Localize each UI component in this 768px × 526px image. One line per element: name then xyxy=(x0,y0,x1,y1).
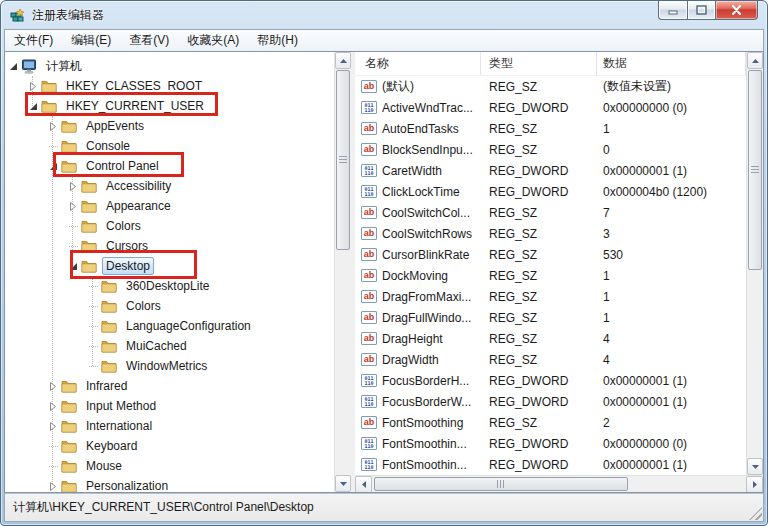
maximize-button[interactable] xyxy=(687,1,715,20)
scrollbar-thumb[interactable] xyxy=(336,70,350,250)
scrollbar-track[interactable] xyxy=(747,69,763,458)
tree-expand-arrow[interactable] xyxy=(47,480,59,492)
registry-value-row[interactable]: CoolSwitchRows REG_SZ 3 xyxy=(355,223,746,244)
minimize-button[interactable] xyxy=(658,1,687,20)
tree-expand-arrow[interactable] xyxy=(67,220,79,232)
tree-expand-arrow[interactable] xyxy=(87,340,99,352)
registry-value-row[interactable]: AutoEndTasks REG_SZ 1 xyxy=(355,118,746,139)
tree-item[interactable]: MuiCached xyxy=(5,336,334,356)
scrollbar-track[interactable] xyxy=(372,476,746,492)
tree-item[interactable]: Keyboard xyxy=(5,436,334,456)
tree-expand-arrow[interactable] xyxy=(27,80,39,92)
tree-item[interactable]: Input Method xyxy=(5,396,334,416)
scrollbar-thumb[interactable] xyxy=(748,70,762,270)
tree-item[interactable]: Personalization xyxy=(5,476,334,492)
tree-expand-arrow[interactable] xyxy=(67,200,79,212)
value-name: CaretWidth xyxy=(382,164,442,178)
resize-grip[interactable] xyxy=(749,507,762,520)
scroll-up-button[interactable] xyxy=(335,52,351,69)
registry-value-row[interactable]: FontSmoothin... REG_DWORD 0x00000000 (0) xyxy=(355,433,746,454)
tree-expand-arrow[interactable] xyxy=(67,180,79,192)
value-data: 530 xyxy=(597,248,746,262)
registry-value-row[interactable]: FocusBorderW... REG_DWORD 0x00000001 (1) xyxy=(355,391,746,412)
tree-expand-arrow[interactable] xyxy=(87,300,99,312)
column-header-data[interactable]: 数据 xyxy=(597,52,746,75)
tree-expand-arrow[interactable] xyxy=(47,140,59,152)
tree-item[interactable]: Infrared xyxy=(5,376,334,396)
tree-expand-arrow[interactable] xyxy=(47,420,59,432)
folder-icon xyxy=(61,159,78,174)
registry-value-row[interactable]: BlockSendInpu... REG_SZ 0 xyxy=(355,139,746,160)
tree-item-label: Keyboard xyxy=(82,437,141,455)
tree-item[interactable]: HKEY_CLASSES_ROOT xyxy=(5,76,334,96)
string-value-icon xyxy=(361,416,377,429)
tree-item[interactable]: LanguageConfiguration xyxy=(5,316,334,336)
tree-expand-arrow[interactable] xyxy=(47,460,59,472)
registry-value-row[interactable]: CoolSwitchCol... REG_SZ 7 xyxy=(355,202,746,223)
registry-value-row[interactable]: DragFullWindo... REG_SZ 1 xyxy=(355,307,746,328)
registry-value-row[interactable]: FontSmoothing REG_SZ 2 xyxy=(355,412,746,433)
registry-value-row[interactable]: (默认) REG_SZ (数值未设置) xyxy=(355,76,746,97)
tree-item[interactable]: Control Panel xyxy=(5,156,334,176)
tree-item[interactable]: Mouse xyxy=(5,456,334,476)
tree-item[interactable]: HKEY_CURRENT_USER xyxy=(5,96,334,116)
column-header-type[interactable]: 类型 xyxy=(481,52,597,75)
tree-expand-arrow[interactable] xyxy=(67,260,79,272)
value-name: DragFromMaxi... xyxy=(382,290,471,304)
registry-value-row[interactable]: CursorBlinkRate REG_SZ 530 xyxy=(355,244,746,265)
scroll-down-button[interactable] xyxy=(747,458,763,475)
registry-value-row[interactable]: ActiveWndTrac... REG_DWORD 0x00000000 (0… xyxy=(355,97,746,118)
computer-icon xyxy=(21,59,38,74)
menu-item[interactable]: 帮助(H) xyxy=(248,30,307,51)
tree-expand-arrow[interactable] xyxy=(87,360,99,372)
scroll-up-button[interactable] xyxy=(747,52,763,69)
registry-value-row[interactable]: DragHeight REG_SZ 4 xyxy=(355,328,746,349)
tree-expand-arrow[interactable] xyxy=(47,400,59,412)
close-button[interactable] xyxy=(715,1,758,20)
menu-item[interactable]: 查看(V) xyxy=(120,30,178,51)
value-name: DragHeight xyxy=(382,332,443,346)
tree-expand-arrow[interactable] xyxy=(47,380,59,392)
tree-item[interactable]: Console xyxy=(5,136,334,156)
tree-expand-arrow[interactable] xyxy=(67,240,79,252)
tree-item-label: Accessibility xyxy=(102,177,175,195)
tree-expand-arrow[interactable] xyxy=(87,320,99,332)
registry-value-row[interactable]: CaretWidth REG_DWORD 0x00000001 (1) xyxy=(355,160,746,181)
menu-item[interactable]: 文件(F) xyxy=(5,30,62,51)
scroll-right-button[interactable] xyxy=(746,476,763,492)
values-scrollbar-horizontal[interactable] xyxy=(355,475,763,492)
tree-item[interactable]: International xyxy=(5,416,334,436)
tree-item[interactable]: Accessibility xyxy=(5,176,334,196)
tree-expand-arrow[interactable] xyxy=(47,120,59,132)
registry-value-row[interactable]: DockMoving REG_SZ 1 xyxy=(355,265,746,286)
registry-value-row[interactable]: FocusBorderH... REG_DWORD 0x00000001 (1) xyxy=(355,370,746,391)
registry-value-row[interactable]: DragFromMaxi... REG_SZ 1 xyxy=(355,286,746,307)
tree-expand-arrow[interactable] xyxy=(87,280,99,292)
tree-scrollbar[interactable] xyxy=(334,52,351,492)
tree-item[interactable]: Appearance xyxy=(5,196,334,216)
registry-value-row[interactable]: DragWidth REG_SZ 4 xyxy=(355,349,746,370)
scroll-left-button[interactable] xyxy=(355,476,372,492)
tree-item[interactable]: Colors xyxy=(5,296,334,316)
menu-item[interactable]: 收藏夹(A) xyxy=(178,30,248,51)
tree-expand-arrow[interactable] xyxy=(27,100,39,112)
tree-item[interactable]: Desktop xyxy=(5,256,334,276)
tree-item[interactable]: WindowMetrics xyxy=(5,356,334,376)
title-bar[interactable]: 注册表编辑器 xyxy=(1,1,767,29)
tree-item[interactable]: Cursors xyxy=(5,236,334,256)
tree-item[interactable]: Colors xyxy=(5,216,334,236)
menu-item[interactable]: 编辑(E) xyxy=(62,30,120,51)
column-header-name[interactable]: 名称 xyxy=(355,52,481,75)
tree-expand-arrow[interactable] xyxy=(7,60,19,72)
tree-item[interactable]: 360DesktopLite xyxy=(5,276,334,296)
values-scrollbar-vertical[interactable] xyxy=(746,52,763,475)
scrollbar-track[interactable] xyxy=(335,69,351,475)
tree-expand-arrow[interactable] xyxy=(47,160,59,172)
scroll-down-button[interactable] xyxy=(335,475,351,492)
tree-item[interactable]: 计算机 xyxy=(5,56,334,76)
registry-value-row[interactable]: FontSmoothin... REG_DWORD 0x00000001 (1) xyxy=(355,454,746,475)
scrollbar-thumb[interactable] xyxy=(374,477,628,491)
tree-expand-arrow[interactable] xyxy=(47,440,59,452)
registry-value-row[interactable]: ClickLockTime REG_DWORD 0x000004b0 (1200… xyxy=(355,181,746,202)
tree-item[interactable]: AppEvents xyxy=(5,116,334,136)
